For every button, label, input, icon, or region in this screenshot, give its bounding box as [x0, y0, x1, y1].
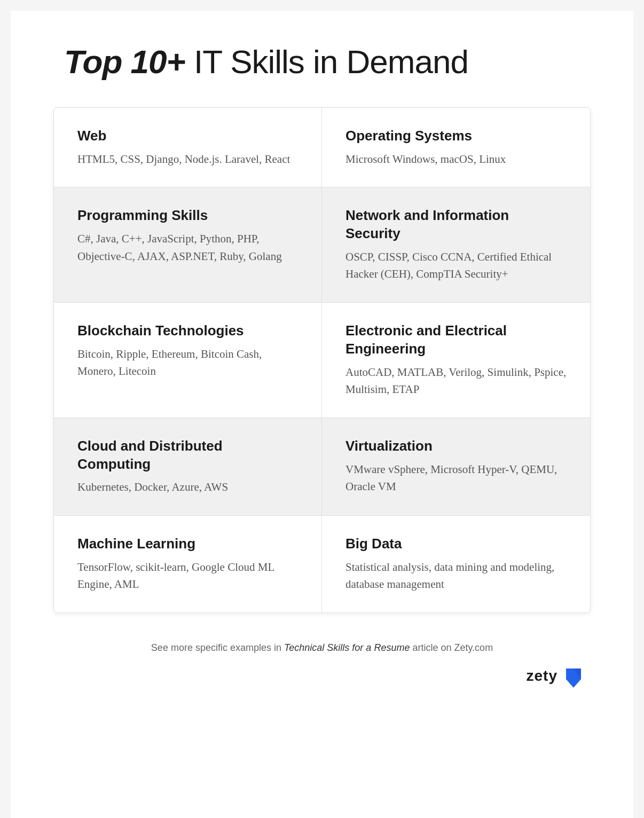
zety-logo-icon	[562, 664, 585, 688]
footer-text-italic: Technical Skills for a Resume	[284, 642, 410, 653]
skill-items: HTML5, CSS, Django, Node.js. Laravel, Re…	[77, 151, 298, 168]
zety-logo-text: zety	[527, 667, 557, 685]
zety-logo: zety	[53, 664, 591, 688]
skill-row: Programming SkillsC#, Java, C++, JavaScr…	[54, 187, 590, 303]
footer-text-before: See more specific examples in	[151, 642, 284, 653]
skill-cell-right: Network and Information SecurityOSCP, CI…	[322, 187, 590, 303]
skill-title: Machine Learning	[77, 535, 298, 553]
title-bold-part: Top 10+	[64, 43, 185, 80]
footer: See more specific examples in Technical …	[53, 642, 591, 704]
page-title: Top 10+ IT Skills in Demand	[64, 43, 591, 81]
skill-title: Web	[77, 127, 298, 145]
skill-cell-right: Big DataStatistical analysis, data minin…	[322, 516, 590, 612]
skill-row: Machine LearningTensorFlow, scikit-learn…	[54, 516, 590, 612]
skill-cell-left: WebHTML5, CSS, Django, Node.js. Laravel,…	[54, 108, 322, 187]
skill-title: Operating Systems	[345, 127, 567, 145]
skill-title: Network and Information Security	[345, 207, 567, 243]
skill-cell-right: VirtualizationVMware vSphere, Microsoft …	[322, 418, 590, 516]
skill-cell-left: Cloud and Distributed ComputingKubernete…	[54, 418, 322, 516]
skill-title: Blockchain Technologies	[77, 322, 298, 340]
skill-row: WebHTML5, CSS, Django, Node.js. Laravel,…	[54, 108, 590, 187]
skill-title: Virtualization	[345, 437, 567, 455]
skill-items: C#, Java, C++, JavaScript, Python, PHP, …	[77, 230, 298, 265]
skill-items: Statistical analysis, data mining and mo…	[345, 559, 567, 593]
title-area: Top 10+ IT Skills in Demand	[53, 43, 591, 81]
skill-title: Programming Skills	[77, 207, 298, 225]
page: Top 10+ IT Skills in Demand WebHTML5, CS…	[11, 11, 633, 818]
footer-text-after: article on Zety.com	[410, 642, 493, 653]
skill-title: Big Data	[345, 535, 567, 553]
skills-card: WebHTML5, CSS, Django, Node.js. Laravel,…	[53, 107, 591, 613]
skill-title: Electronic and Electrical Engineering	[345, 322, 567, 358]
skill-row: Cloud and Distributed ComputingKubernete…	[54, 418, 590, 516]
skill-row: Blockchain TechnologiesBitcoin, Ripple, …	[54, 303, 590, 418]
skill-items: VMware vSphere, Microsoft Hyper-V, QEMU,…	[345, 461, 567, 495]
skill-items: Kubernetes, Docker, Azure, AWS	[77, 478, 298, 496]
skill-items: Microsoft Windows, macOS, Linux	[345, 151, 567, 168]
skill-cell-right: Electronic and Electrical EngineeringAut…	[322, 303, 590, 418]
skill-items: OSCP, CISSP, Cisco CCNA, Certified Ethic…	[345, 248, 567, 283]
skill-cell-left: Programming SkillsC#, Java, C++, JavaScr…	[54, 187, 322, 303]
skill-cell-left: Blockchain TechnologiesBitcoin, Ripple, …	[54, 303, 322, 418]
skill-cell-left: Machine LearningTensorFlow, scikit-learn…	[54, 516, 322, 612]
skill-title: Cloud and Distributed Computing	[77, 437, 298, 474]
skill-items: Bitcoin, Ripple, Ethereum, Bitcoin Cash,…	[77, 345, 298, 380]
title-regular-part: IT Skills in Demand	[185, 43, 468, 80]
footer-text: See more specific examples in Technical …	[53, 642, 591, 654]
skill-items: TensorFlow, scikit-learn, Google Cloud M…	[77, 559, 298, 593]
skill-items: AutoCAD, MATLAB, Verilog, Simulink, Pspi…	[345, 364, 567, 398]
skill-cell-right: Operating SystemsMicrosoft Windows, macO…	[322, 108, 590, 187]
